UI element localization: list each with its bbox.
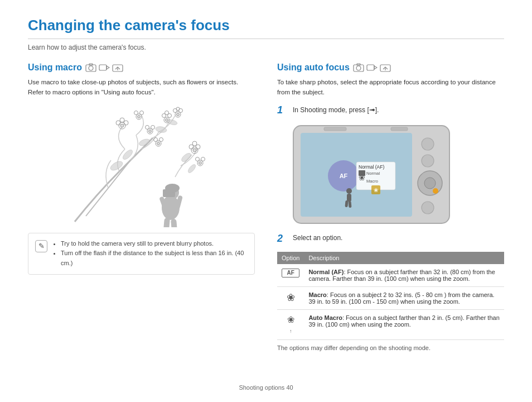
svg-point-81	[422, 138, 434, 150]
svg-point-49	[187, 163, 197, 174]
svg-point-85	[422, 202, 434, 214]
svg-point-24	[176, 107, 180, 111]
autofocus-section-title: Using auto focus	[277, 63, 504, 73]
svg-rect-61	[367, 65, 374, 70]
right-column: Using auto focus	[277, 63, 504, 351]
left-column: Using macro	[28, 63, 255, 351]
svg-point-28	[151, 125, 154, 129]
svg-point-59	[356, 66, 361, 70]
svg-point-32	[159, 137, 163, 141]
option-desc-macro: Macro: Focus on a subject 2 to 32 ins. (…	[304, 286, 504, 309]
step-2: 2 Select an option.	[277, 233, 504, 245]
af-wifi-icon	[380, 63, 391, 72]
svg-point-13	[134, 111, 138, 114]
svg-point-40	[195, 157, 199, 161]
page-title: Changing the camera's focus	[28, 17, 504, 39]
svg-rect-55	[163, 217, 170, 227]
options-table: Option Description AF Normal (AF): Focus…	[277, 252, 504, 340]
svg-text:AF: AF	[340, 173, 348, 179]
autofocus-icons	[353, 63, 391, 72]
camera-icon	[85, 63, 96, 72]
svg-text:❀: ❀	[359, 173, 365, 182]
macro-illustration	[28, 104, 255, 227]
svg-point-8	[120, 118, 124, 122]
svg-point-37	[192, 141, 197, 146]
option-desc-automacro: Auto Macro: Focus on a subject farther t…	[304, 309, 504, 339]
step2-number: 2	[277, 233, 288, 245]
svg-point-11	[120, 124, 124, 127]
svg-text:Macro: Macro	[366, 179, 378, 184]
table-row: ❀↑ Auto Macro: Focus on a subject farthe…	[277, 309, 504, 339]
svg-point-43	[109, 160, 124, 172]
macro-svg	[64, 104, 220, 227]
svg-point-9	[124, 121, 128, 125]
tip-text: Try to hold the camera very still to pre…	[53, 239, 248, 269]
step2-text: Select an option.	[293, 233, 342, 243]
step-1: 1 In Shooting mode, press [➟].	[277, 104, 504, 117]
af-camera-icon	[353, 63, 364, 72]
svg-rect-3	[99, 65, 107, 70]
macro-section-title: Using macro	[28, 63, 255, 73]
svg-text:Normal (AF): Normal (AF)	[359, 164, 384, 170]
tip-box: ✎ Try to hold the camera very still to p…	[28, 233, 255, 275]
video-icon	[99, 63, 110, 72]
svg-rect-56	[171, 218, 177, 227]
svg-marker-62	[374, 66, 377, 69]
svg-point-48	[180, 152, 192, 164]
page-subtitle: Learn how to adjust the camera's focus.	[28, 44, 504, 51]
svg-text:❀: ❀	[374, 187, 378, 193]
svg-point-15	[137, 115, 140, 118]
svg-point-86	[433, 188, 438, 194]
option-icon-af: AF	[277, 264, 304, 287]
svg-marker-4	[107, 66, 109, 69]
svg-point-35	[189, 145, 194, 149]
page-footer: Shooting options 40	[0, 384, 532, 391]
svg-point-42	[199, 161, 201, 164]
page-container: Changing the camera's focus Learn how to…	[0, 0, 532, 402]
svg-point-1	[89, 66, 93, 70]
svg-point-75	[346, 188, 352, 194]
svg-point-84	[424, 178, 436, 189]
table-row: ❀ Macro: Focus on a subject 2 to 32 ins.…	[277, 286, 504, 309]
svg-point-57	[165, 184, 180, 193]
col-description: Description	[304, 252, 504, 264]
svg-point-25	[176, 113, 179, 116]
svg-point-46	[155, 126, 167, 133]
tip-icon: ✎	[35, 240, 47, 252]
svg-rect-76	[347, 194, 351, 202]
option-desc-normal: Normal (AF): Focus on a subject farther …	[304, 264, 504, 287]
svg-point-29	[148, 130, 151, 132]
svg-point-82	[422, 155, 434, 167]
camera-diagram-svg: AF Normal (AF) Normal ❀ Macro	[291, 123, 452, 226]
option-icon-macro: ❀	[277, 286, 304, 309]
svg-point-27	[145, 125, 149, 129]
svg-point-41	[201, 157, 205, 161]
wifi-icon	[112, 63, 123, 72]
svg-point-33	[157, 142, 159, 145]
step1-number: 1	[277, 104, 288, 117]
af-video-icon	[366, 63, 378, 72]
main-columns: Using macro	[28, 63, 504, 351]
svg-point-38	[193, 149, 196, 152]
table-row: AF Normal (AF): Focus on a subject farth…	[277, 264, 504, 287]
table-note: The options may differ depending on the …	[277, 344, 504, 351]
svg-point-36	[196, 145, 200, 149]
svg-text:Normal: Normal	[366, 171, 380, 176]
camera-diagram-container: AF Normal (AF) Normal ❀ Macro	[291, 123, 504, 226]
step1-text: In Shooting mode, press [➟].	[293, 104, 379, 116]
svg-point-10	[116, 121, 120, 125]
autofocus-body: To take sharp photos, select the appropr…	[277, 77, 504, 98]
macro-icons	[85, 63, 123, 72]
svg-point-19	[165, 111, 168, 114]
svg-rect-88	[391, 127, 408, 131]
col-option: Option	[277, 252, 304, 264]
svg-point-14	[139, 111, 143, 114]
macro-body: Use macro to take close-up photos of sub…	[28, 77, 255, 98]
option-icon-automacro: ❀↑	[277, 309, 304, 339]
svg-rect-87	[324, 127, 346, 131]
